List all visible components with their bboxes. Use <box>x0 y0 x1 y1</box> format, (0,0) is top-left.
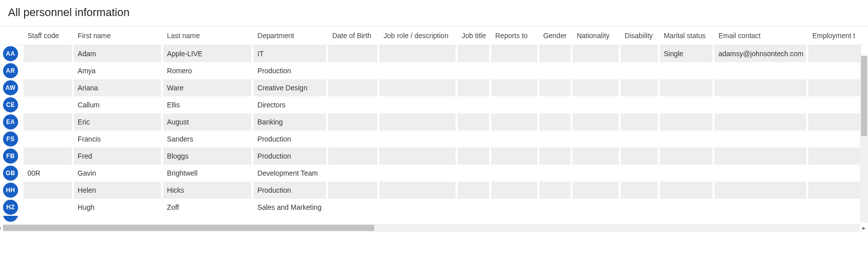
cell-nationality[interactable] <box>572 62 621 79</box>
cell-reports-to[interactable] <box>491 96 539 113</box>
cell-job-title[interactable] <box>458 148 491 165</box>
cell-marital-status[interactable] <box>660 182 714 199</box>
cell-employment[interactable] <box>808 79 863 96</box>
cell-job-role[interactable] <box>379 199 458 216</box>
cell-dob[interactable] <box>328 96 379 113</box>
cell-marital-status[interactable] <box>660 130 714 148</box>
cell-gender[interactable] <box>539 79 573 96</box>
cell-disability[interactable] <box>621 165 660 182</box>
cell-reports-to[interactable] <box>491 182 539 199</box>
cell-last-name[interactable]: Ellis <box>163 96 253 113</box>
cell-reports-to[interactable] <box>491 113 539 130</box>
cell-last-name[interactable]: Ware <box>163 79 253 96</box>
cell-gender[interactable] <box>539 62 573 79</box>
cell-disability[interactable] <box>621 79 660 96</box>
cell-staff-code[interactable] <box>24 199 74 216</box>
cell-marital-status[interactable]: Single <box>660 45 714 62</box>
cell-reports-to[interactable] <box>491 45 539 62</box>
avatar[interactable]: FB <box>3 149 18 164</box>
cell-disability[interactable] <box>621 96 660 113</box>
cell-nationality[interactable] <box>572 148 621 165</box>
cell-first-name[interactable]: Hugh <box>74 199 163 216</box>
cell-job-title[interactable] <box>458 182 491 199</box>
cell-job-title[interactable] <box>458 45 491 62</box>
cell-department[interactable]: Development Team <box>253 165 328 182</box>
table-row[interactable]: AWArianaWareCreative Design <box>0 79 863 96</box>
cell-first-name[interactable]: Ariana <box>74 79 163 96</box>
avatar[interactable] <box>3 216 18 222</box>
cell-marital-status[interactable] <box>660 148 714 165</box>
cell-reports-to[interactable] <box>491 62 539 79</box>
cell-marital-status[interactable] <box>660 62 714 79</box>
cell-dob[interactable] <box>328 79 379 96</box>
cell-reports-to[interactable] <box>491 148 539 165</box>
cell-job-role[interactable] <box>379 62 458 79</box>
vertical-scrollbar-thumb[interactable] <box>861 56 867 136</box>
cell-email[interactable]: adamsy@johnsontech.com <box>714 45 808 62</box>
cell-disability[interactable] <box>621 45 660 62</box>
cell-first-name[interactable]: Eric <box>74 113 163 130</box>
cell-employment[interactable] <box>808 165 863 182</box>
cell-staff-code[interactable] <box>24 148 74 165</box>
column-header-job-title[interactable]: Job title <box>458 27 491 45</box>
cell-employment[interactable] <box>808 45 863 62</box>
column-header-department[interactable]: Department <box>253 27 328 45</box>
cell-email[interactable] <box>714 113 808 130</box>
cell-gender[interactable] <box>539 182 573 199</box>
cell-last-name[interactable]: Zoff <box>163 199 253 216</box>
cell-department[interactable]: Production <box>253 182 328 199</box>
cell-first-name[interactable]: Callum <box>74 96 163 113</box>
cell-last-name[interactable]: Romero <box>163 62 253 79</box>
cell-email[interactable] <box>714 62 808 79</box>
cell-nationality[interactable] <box>572 45 621 62</box>
cell-disability[interactable] <box>621 62 660 79</box>
cell-job-role[interactable] <box>379 130 458 148</box>
vertical-scrollbar[interactable] <box>860 56 868 223</box>
avatar[interactable]: HZ <box>3 200 18 215</box>
column-header-dob[interactable]: Date of Birth <box>328 27 379 45</box>
cell-gender[interactable] <box>539 199 573 216</box>
table-row[interactable]: HZHughZoffSales and Marketing <box>0 199 863 216</box>
horizontal-scrollbar[interactable]: ◄ ► <box>3 224 860 232</box>
table-row[interactable]: ARAmyaRomeroProduction <box>0 62 863 79</box>
cell-department[interactable]: Production <box>253 148 328 165</box>
avatar[interactable]: HH <box>3 183 18 198</box>
cell-gender[interactable] <box>539 113 573 130</box>
cell-department[interactable]: Production <box>253 62 328 79</box>
cell-job-title[interactable] <box>458 199 491 216</box>
cell-first-name[interactable]: Adam <box>74 45 163 62</box>
cell-marital-status[interactable] <box>660 96 714 113</box>
cell-marital-status[interactable] <box>660 79 714 96</box>
table-row[interactable]: AAAdamApple-LIVEITSingleadamsy@johnsonte… <box>0 45 863 62</box>
cell-gender[interactable] <box>539 165 573 182</box>
cell-email[interactable] <box>714 199 808 216</box>
cell-employment[interactable] <box>808 148 863 165</box>
cell-nationality[interactable] <box>572 182 621 199</box>
cell-nationality[interactable] <box>572 130 621 148</box>
cell-first-name[interactable]: Francis <box>74 130 163 148</box>
cell-nationality[interactable] <box>572 96 621 113</box>
cell-job-role[interactable] <box>379 45 458 62</box>
cell-last-name[interactable]: Hicks <box>163 182 253 199</box>
cell-staff-code[interactable] <box>24 182 74 199</box>
cell-job-role[interactable] <box>379 182 458 199</box>
cell-staff-code[interactable] <box>24 79 74 96</box>
cell-reports-to[interactable] <box>491 130 539 148</box>
avatar[interactable]: EA <box>3 114 18 129</box>
cell-job-role[interactable] <box>379 96 458 113</box>
cell-first-name[interactable]: Fred <box>74 148 163 165</box>
cell-staff-code[interactable] <box>24 113 74 130</box>
cell-job-role[interactable] <box>379 165 458 182</box>
cell-dob[interactable] <box>328 130 379 148</box>
column-header-reports-to[interactable]: Reports to <box>491 27 539 45</box>
cell-staff-code[interactable] <box>24 130 74 148</box>
cell-gender[interactable] <box>539 45 573 62</box>
cell-department[interactable]: Production <box>253 130 328 148</box>
cell-job-role[interactable] <box>379 113 458 130</box>
cell-first-name[interactable]: Amya <box>74 62 163 79</box>
cell-email[interactable] <box>714 79 808 96</box>
column-header-job-role[interactable]: Job role / description <box>379 27 458 45</box>
cell-marital-status[interactable] <box>660 199 714 216</box>
cell-employment[interactable] <box>808 62 863 79</box>
cell-last-name[interactable]: Sanders <box>163 130 253 148</box>
